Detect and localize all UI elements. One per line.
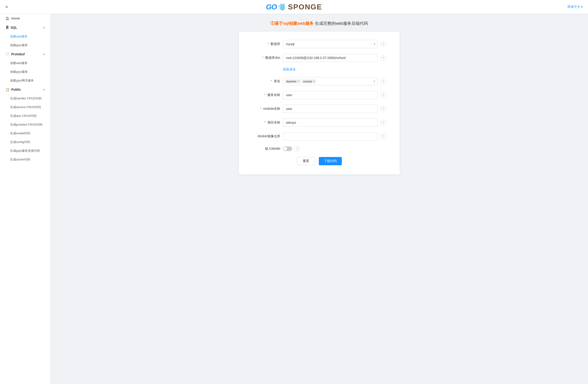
db-label: * 数据库	[253, 42, 280, 46]
form-row-service: * 服务名称 ?	[253, 91, 386, 99]
form-row-dsn: * 数据库dsn ?	[253, 54, 386, 62]
download-button[interactable]: 下载代码	[319, 157, 342, 165]
table-select-arrow-icon: ▾	[374, 80, 375, 83]
embed-toggle-control: ?	[283, 146, 386, 151]
tag-teacher: teacher ✕	[285, 79, 301, 83]
page-title: ①基于sql创建web服务 生成完整的web服务后端代码	[60, 21, 579, 26]
project-help-icon[interactable]: ?	[380, 120, 386, 125]
table-help-icon[interactable]: ?	[380, 79, 386, 84]
sidebar-public-label: Public	[11, 88, 21, 91]
module-input-control	[283, 105, 378, 113]
fetch-table-link[interactable]: 获取表名	[283, 67, 296, 71]
form-card: * 数据库 mysql postgres sqlite ▾ ?	[239, 32, 400, 174]
sidebar-section-public[interactable]: 📋 Public ∧	[0, 85, 50, 94]
sidebar-item-proto-create-grpc[interactable]: 创建grpc服务	[0, 67, 50, 76]
service-label: * 服务名称	[253, 93, 280, 97]
logo-go-text: GO	[266, 3, 277, 11]
sidebar-protobuf-label: Protobuf	[11, 52, 24, 56]
sidebar: 🏠 Home 🗄 SQL ∧ 创建web服务 创建grpc服务 📄 Protob…	[0, 14, 51, 384]
page-title-highlight: ①基于sql创建web服务	[271, 21, 314, 26]
sidebar-item-proto-create-web[interactable]: 创建web服务	[0, 59, 50, 67]
module-label: * module名称	[253, 107, 280, 111]
tag-teacher-close-icon[interactable]: ✕	[297, 80, 299, 83]
logo-sponge-text: SPONGE	[288, 3, 322, 11]
fetch-table-row: 获取表名	[253, 67, 386, 72]
button-row: 重置 下载代码	[253, 157, 386, 165]
dsn-label: * 数据库dsn	[253, 56, 280, 60]
form-row-docker: docker镜像仓库 ?	[253, 132, 386, 141]
table-tags-input[interactable]: teacher ✕ course ✕ ▾	[283, 77, 378, 85]
logo-area: GO SPONGE	[266, 2, 322, 11]
docker-label: docker镜像仓库	[253, 134, 280, 138]
svg-point-6	[282, 6, 283, 7]
sidebar-item-cache[interactable]: 生成cache代码	[0, 155, 50, 164]
service-input[interactable]	[283, 91, 378, 99]
module-help-icon[interactable]: ?	[380, 106, 386, 112]
logo-mascot-icon	[278, 2, 287, 11]
toggle-knob	[283, 147, 287, 151]
sidebar-item-config[interactable]: 生成config代码	[0, 138, 50, 146]
sidebar-home-label: Home	[11, 17, 20, 20]
top-header: ≡ GO SPONGE 简体中文 ▾	[0, 0, 588, 14]
dsn-help-icon[interactable]: ?	[380, 55, 386, 61]
form-row-project: * 项目名称 ?	[253, 119, 386, 127]
form-row-module: * module名称 ?	[253, 105, 386, 113]
menu-icon[interactable]: ≡	[5, 5, 8, 9]
docker-help-icon[interactable]: ?	[380, 134, 386, 139]
language-selector[interactable]: 简体中文 ▾	[567, 5, 583, 9]
form-row-embed: 嵌入Model ?	[253, 146, 386, 151]
page-title-rest: 生成完整的web服务后端代码	[315, 21, 368, 26]
sidebar-item-sql-create-grpc[interactable]: 创建grpc服务	[0, 41, 50, 50]
module-input[interactable]	[283, 105, 378, 113]
sidebar-item-grpc-connect[interactable]: 生成grpc服务连接代码	[0, 146, 50, 155]
public-chevron-icon: ∧	[43, 88, 45, 91]
project-label: * 项目名称	[253, 121, 280, 125]
dsn-input[interactable]	[283, 54, 378, 62]
project-input[interactable]	[283, 119, 378, 127]
embed-toggle[interactable]	[283, 146, 292, 151]
dsn-input-control	[283, 54, 378, 62]
language-chevron-icon: ▾	[581, 5, 583, 8]
db-select[interactable]: mysql postgres sqlite	[283, 40, 378, 48]
sidebar-item-handler-crud[interactable]: 生成handler CRUD代码	[0, 94, 50, 103]
sidebar-item-protobuf-crud[interactable]: 生成protobuf CRUD代码	[0, 120, 50, 129]
sidebar-item-proto-create-grpc-gateway[interactable]: 创建grpc网关服务	[0, 76, 50, 85]
svg-point-5	[283, 5, 284, 6]
embed-help-icon[interactable]: ?	[294, 146, 300, 151]
form-row-table: * 表名 teacher ✕ course ✕ ▾	[253, 77, 386, 85]
sidebar-item-dao-crud[interactable]: 生成dao CRUD代码	[0, 112, 50, 120]
project-input-control	[283, 119, 378, 127]
form-row-db: * 数据库 mysql postgres sqlite ▾ ?	[253, 40, 386, 48]
service-help-icon[interactable]: ?	[380, 92, 386, 98]
sidebar-sql-label: SQL	[11, 26, 17, 29]
sidebar-item-sql-create-web[interactable]: 创建web服务	[0, 32, 50, 41]
embed-label: 嵌入Model	[253, 147, 280, 151]
db-select-control: mysql postgres sqlite ▾	[283, 40, 378, 48]
tag-course-close-icon[interactable]: ✕	[313, 80, 315, 83]
sidebar-item-model[interactable]: 生成model代码	[0, 129, 50, 138]
language-label: 简体中文	[567, 5, 580, 9]
tag-course: course ✕	[302, 79, 316, 83]
home-icon: 🏠	[5, 17, 9, 20]
header-left: ≡	[5, 5, 8, 9]
db-select-wrapper: mysql postgres sqlite ▾	[283, 40, 378, 48]
protobuf-icon: 📄	[5, 52, 9, 56]
table-select-control: teacher ✕ course ✕ ▾	[283, 77, 378, 85]
sidebar-item-service-crud[interactable]: 生成service CRUD代码	[0, 103, 50, 112]
sidebar-section-protobuf[interactable]: 📄 Protobuf ∧	[0, 50, 50, 59]
public-icon: 📋	[5, 88, 9, 91]
docker-input-control	[283, 132, 378, 141]
reset-button[interactable]: 重置	[297, 157, 315, 165]
sidebar-item-home[interactable]: 🏠 Home	[0, 14, 50, 23]
protobuf-chevron-icon: ∧	[43, 53, 45, 56]
sql-icon: 🗄	[5, 26, 9, 29]
service-input-control	[283, 91, 378, 99]
main-content: ①基于sql创建web服务 生成完整的web服务后端代码 * 数据库 mysql…	[51, 14, 588, 384]
sidebar-section-sql[interactable]: 🗄 SQL ∧	[0, 23, 50, 32]
table-label: * 表名	[253, 79, 280, 83]
db-help-icon[interactable]: ?	[380, 41, 386, 47]
svg-point-4	[281, 5, 282, 6]
layout: 🏠 Home 🗄 SQL ∧ 创建web服务 创建grpc服务 📄 Protob…	[0, 14, 588, 384]
docker-input[interactable]	[283, 132, 378, 141]
sql-chevron-icon: ∧	[43, 26, 45, 29]
